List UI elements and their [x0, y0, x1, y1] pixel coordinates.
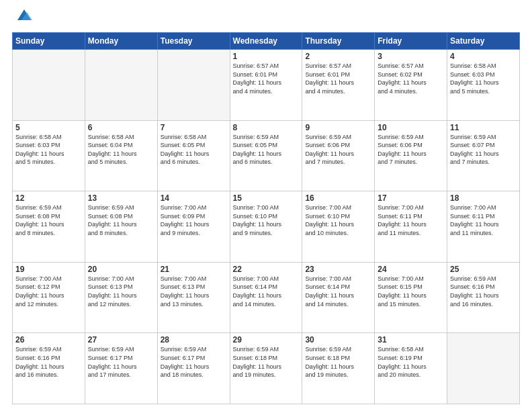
calendar-cell: 7Sunrise: 6:58 AM Sunset: 6:05 PM Daylig…: [157, 120, 230, 191]
calendar-cell: 15Sunrise: 7:00 AM Sunset: 6:10 PM Dayli…: [230, 191, 302, 263]
calendar-cell: 24Sunrise: 7:00 AM Sunset: 6:15 PM Dayli…: [375, 262, 447, 333]
week-row-4: 19Sunrise: 7:00 AM Sunset: 6:12 PM Dayli…: [13, 262, 520, 333]
day-number: 28: [161, 335, 227, 345]
calendar-cell: 20Sunrise: 7:00 AM Sunset: 6:13 PM Dayli…: [85, 262, 157, 333]
day-info: Sunrise: 6:59 AM Sunset: 6:17 PM Dayligh…: [88, 345, 154, 379]
day-number: 19: [15, 265, 82, 274]
day-info: Sunrise: 6:59 AM Sunset: 6:06 PM Dayligh…: [378, 133, 444, 167]
day-info: Sunrise: 6:59 AM Sunset: 6:06 PM Dayligh…: [305, 133, 371, 167]
day-info: Sunrise: 7:00 AM Sunset: 6:10 PM Dayligh…: [233, 203, 300, 237]
weekday-header-friday: Friday: [375, 33, 447, 50]
day-number: 3: [378, 52, 444, 61]
day-info: Sunrise: 6:59 AM Sunset: 6:08 PM Dayligh…: [88, 203, 154, 237]
day-number: 11: [450, 123, 517, 132]
day-number: 21: [161, 265, 227, 274]
day-info: Sunrise: 6:59 AM Sunset: 6:16 PM Dayligh…: [15, 345, 82, 379]
week-row-2: 5Sunrise: 6:58 AM Sunset: 6:03 PM Daylig…: [13, 120, 520, 191]
calendar-cell: [85, 50, 157, 121]
day-info: Sunrise: 6:59 AM Sunset: 6:17 PM Dayligh…: [161, 345, 227, 379]
day-number: 18: [450, 193, 517, 203]
day-number: 14: [161, 193, 227, 203]
day-info: Sunrise: 6:59 AM Sunset: 6:16 PM Dayligh…: [450, 275, 517, 308]
calendar-cell: 13Sunrise: 6:59 AM Sunset: 6:08 PM Dayli…: [85, 191, 157, 263]
day-number: 16: [305, 193, 371, 203]
calendar-cell: [13, 50, 85, 121]
day-info: Sunrise: 6:59 AM Sunset: 6:18 PM Dayligh…: [305, 345, 371, 379]
calendar-cell: 29Sunrise: 6:59 AM Sunset: 6:18 PM Dayli…: [230, 333, 302, 404]
day-number: 22: [233, 265, 300, 274]
day-info: Sunrise: 6:58 AM Sunset: 6:03 PM Dayligh…: [15, 133, 82, 167]
day-info: Sunrise: 6:57 AM Sunset: 6:01 PM Dayligh…: [305, 62, 371, 95]
day-number: 6: [88, 123, 154, 132]
day-info: Sunrise: 6:59 AM Sunset: 6:07 PM Dayligh…: [450, 133, 517, 167]
day-number: 7: [161, 123, 227, 132]
day-info: Sunrise: 7:00 AM Sunset: 6:12 PM Dayligh…: [15, 275, 82, 308]
calendar-cell: 22Sunrise: 7:00 AM Sunset: 6:14 PM Dayli…: [230, 262, 302, 333]
calendar-cell: 23Sunrise: 7:00 AM Sunset: 6:14 PM Dayli…: [302, 262, 375, 333]
day-info: Sunrise: 6:59 AM Sunset: 6:05 PM Dayligh…: [233, 133, 300, 167]
day-number: 23: [305, 265, 371, 274]
calendar-cell: 18Sunrise: 7:00 AM Sunset: 6:11 PM Dayli…: [447, 191, 520, 263]
day-info: Sunrise: 6:58 AM Sunset: 6:04 PM Dayligh…: [88, 133, 154, 167]
day-number: 25: [450, 265, 517, 274]
logo-icon: [15, 7, 34, 26]
day-info: Sunrise: 6:59 AM Sunset: 6:18 PM Dayligh…: [233, 345, 300, 379]
week-row-5: 26Sunrise: 6:59 AM Sunset: 6:16 PM Dayli…: [13, 333, 520, 404]
calendar-cell: 26Sunrise: 6:59 AM Sunset: 6:16 PM Dayli…: [13, 333, 85, 404]
day-info: Sunrise: 6:57 AM Sunset: 6:01 PM Dayligh…: [233, 62, 300, 95]
calendar-cell: 27Sunrise: 6:59 AM Sunset: 6:17 PM Dayli…: [85, 333, 157, 404]
day-number: 5: [15, 123, 82, 132]
day-info: Sunrise: 6:58 AM Sunset: 6:19 PM Dayligh…: [378, 345, 444, 379]
header: [12, 12, 520, 26]
calendar-cell: [157, 50, 230, 121]
day-number: 9: [305, 123, 371, 132]
day-info: Sunrise: 7:00 AM Sunset: 6:11 PM Dayligh…: [378, 203, 444, 237]
weekday-header-tuesday: Tuesday: [157, 33, 230, 50]
day-number: 26: [15, 335, 82, 345]
calendar-cell: 9Sunrise: 6:59 AM Sunset: 6:06 PM Daylig…: [302, 120, 375, 191]
day-info: Sunrise: 7:00 AM Sunset: 6:10 PM Dayligh…: [305, 203, 371, 237]
calendar-cell: 30Sunrise: 6:59 AM Sunset: 6:18 PM Dayli…: [302, 333, 375, 404]
logo: [12, 12, 34, 26]
weekday-header-saturday: Saturday: [447, 33, 520, 50]
day-number: 17: [378, 193, 444, 203]
day-number: 31: [378, 335, 444, 345]
calendar-cell: 19Sunrise: 7:00 AM Sunset: 6:12 PM Dayli…: [13, 262, 85, 333]
calendar-cell: 14Sunrise: 7:00 AM Sunset: 6:09 PM Dayli…: [157, 191, 230, 263]
day-info: Sunrise: 6:59 AM Sunset: 6:08 PM Dayligh…: [15, 203, 82, 237]
day-number: 20: [88, 265, 154, 274]
calendar-cell: 2Sunrise: 6:57 AM Sunset: 6:01 PM Daylig…: [302, 50, 375, 121]
day-info: Sunrise: 7:00 AM Sunset: 6:13 PM Dayligh…: [88, 275, 154, 308]
day-number: 13: [88, 193, 154, 203]
day-info: Sunrise: 7:00 AM Sunset: 6:13 PM Dayligh…: [161, 275, 227, 308]
weekday-header-monday: Monday: [85, 33, 157, 50]
day-number: 8: [233, 123, 300, 132]
day-info: Sunrise: 7:00 AM Sunset: 6:14 PM Dayligh…: [305, 275, 371, 308]
day-info: Sunrise: 7:00 AM Sunset: 6:14 PM Dayligh…: [233, 275, 300, 308]
calendar-cell: 5Sunrise: 6:58 AM Sunset: 6:03 PM Daylig…: [13, 120, 85, 191]
weekday-header-thursday: Thursday: [302, 33, 375, 50]
weekday-header-wednesday: Wednesday: [230, 33, 302, 50]
weekday-header-sunday: Sunday: [13, 33, 85, 50]
calendar-cell: 1Sunrise: 6:57 AM Sunset: 6:01 PM Daylig…: [230, 50, 302, 121]
calendar-cell: 17Sunrise: 7:00 AM Sunset: 6:11 PM Dayli…: [375, 191, 447, 263]
day-info: Sunrise: 7:00 AM Sunset: 6:15 PM Dayligh…: [378, 275, 444, 308]
calendar-cell: 11Sunrise: 6:59 AM Sunset: 6:07 PM Dayli…: [447, 120, 520, 191]
calendar-cell: 10Sunrise: 6:59 AM Sunset: 6:06 PM Dayli…: [375, 120, 447, 191]
day-number: 15: [233, 193, 300, 203]
page: SundayMondayTuesdayWednesdayThursdayFrid…: [0, 0, 532, 411]
day-number: 27: [88, 335, 154, 345]
calendar-cell: 3Sunrise: 6:57 AM Sunset: 6:02 PM Daylig…: [375, 50, 447, 121]
day-number: 1: [233, 52, 300, 61]
calendar-cell: 4Sunrise: 6:58 AM Sunset: 6:03 PM Daylig…: [447, 50, 520, 121]
calendar-cell: 21Sunrise: 7:00 AM Sunset: 6:13 PM Dayli…: [157, 262, 230, 333]
day-info: Sunrise: 6:57 AM Sunset: 6:02 PM Dayligh…: [378, 62, 444, 95]
calendar-cell: 12Sunrise: 6:59 AM Sunset: 6:08 PM Dayli…: [13, 191, 85, 263]
calendar-cell: 16Sunrise: 7:00 AM Sunset: 6:10 PM Dayli…: [302, 191, 375, 263]
calendar-cell: 31Sunrise: 6:58 AM Sunset: 6:19 PM Dayli…: [375, 333, 447, 404]
day-info: Sunrise: 6:58 AM Sunset: 6:05 PM Dayligh…: [161, 133, 227, 167]
calendar-table: SundayMondayTuesdayWednesdayThursdayFrid…: [12, 32, 520, 404]
calendar-cell: 6Sunrise: 6:58 AM Sunset: 6:04 PM Daylig…: [85, 120, 157, 191]
calendar-cell: 28Sunrise: 6:59 AM Sunset: 6:17 PM Dayli…: [157, 333, 230, 404]
day-number: 10: [378, 123, 444, 132]
